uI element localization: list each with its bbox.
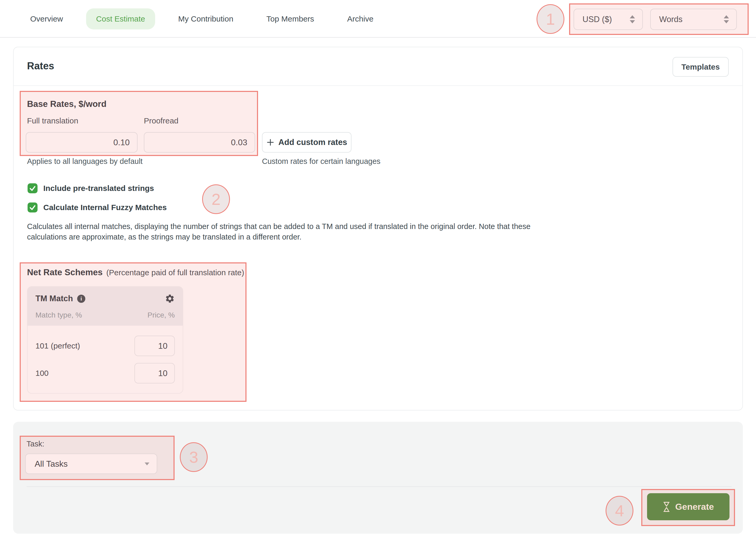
hourglass-icon	[663, 502, 670, 512]
templates-button[interactable]: Templates	[673, 57, 729, 77]
base-rates-heading: Base Rates, $/word	[27, 99, 107, 109]
base-rates-hint: Applies to all languages by default	[27, 157, 143, 166]
net-rate-schemes-heading: Net Rate Schemes (Percentage paid of ful…	[27, 267, 244, 277]
cost-estimate-page: Overview Cost Estimate My Contribution T…	[0, 0, 756, 546]
task-select-value: All Tasks	[35, 459, 68, 469]
tab-top-members[interactable]: Top Members	[256, 8, 324, 29]
custom-rates-hint: Custom rates for certain languages	[262, 157, 380, 166]
option-pretranslated-row: Include pre-translated strings	[28, 183, 154, 193]
tm-match-title: TM Match	[35, 294, 73, 303]
table-row: 100	[35, 363, 175, 384]
generate-button[interactable]: Generate	[647, 493, 729, 520]
task-select[interactable]: All Tasks	[25, 454, 157, 474]
pretranslated-label: Include pre-translated strings	[43, 184, 154, 193]
full-translation-input[interactable]	[26, 132, 138, 152]
tm-match-header: TM Match i Match type, % Price, %	[28, 287, 183, 326]
add-custom-rates-button[interactable]: Add custom rates	[262, 132, 351, 152]
match-type-value: 100	[35, 369, 49, 378]
rates-title: Rates	[27, 60, 54, 72]
price-input-100[interactable]	[134, 363, 175, 384]
rates-card: Rates Templates Base Rates, $/word Full …	[13, 47, 743, 411]
tab-my-contribution[interactable]: My Contribution	[168, 8, 243, 29]
checkmark-icon	[29, 204, 36, 211]
footer-divider	[27, 486, 732, 487]
generate-button-label: Generate	[675, 502, 714, 512]
full-translation-label: Full translation	[27, 116, 78, 125]
info-icon[interactable]: i	[77, 295, 85, 303]
match-type-value: 101 (perfect)	[35, 342, 80, 350]
tab-overview[interactable]: Overview	[20, 8, 73, 29]
proofread-label: Proofread	[144, 116, 179, 125]
fuzzy-checkbox[interactable]	[28, 202, 38, 212]
tm-match-card: TM Match i Match type, % Price, % 101 (p…	[27, 286, 183, 394]
unit-select[interactable]: Words	[650, 9, 737, 30]
nav-divider	[0, 37, 756, 38]
stepper-icon	[724, 15, 729, 23]
plus-icon	[266, 138, 274, 146]
proofread-input[interactable]	[144, 132, 255, 152]
tab-cost-estimate[interactable]: Cost Estimate	[86, 8, 155, 29]
currency-select[interactable]: USD ($)	[574, 9, 643, 30]
generate-section: Task: All Tasks Generate	[13, 422, 743, 534]
table-row: 101 (perfect)	[35, 336, 175, 356]
currency-select-value: USD ($)	[582, 15, 612, 24]
pretranslated-checkbox[interactable]	[28, 183, 38, 193]
fuzzy-label: Calculate Internal Fuzzy Matches	[43, 203, 167, 212]
net-rate-schemes-title: Net Rate Schemes	[27, 267, 103, 277]
card-header-divider	[14, 85, 742, 86]
tab-archive[interactable]: Archive	[337, 8, 384, 29]
checkmark-icon	[29, 185, 36, 192]
gear-icon[interactable]	[165, 294, 175, 304]
match-type-column-label: Match type, %	[35, 311, 82, 319]
tab-list: Overview Cost Estimate My Contribution T…	[20, 0, 384, 38]
price-column-label: Price, %	[148, 311, 175, 319]
add-custom-rates-label: Add custom rates	[279, 138, 347, 147]
fuzzy-note: Calculates all internal matches, display…	[27, 221, 542, 242]
option-fuzzy-row: Calculate Internal Fuzzy Matches	[28, 202, 167, 212]
net-rate-schemes-subtitle: (Percentage paid of full translation rat…	[106, 268, 244, 277]
task-label: Task:	[27, 440, 44, 448]
top-navigation: Overview Cost Estimate My Contribution T…	[0, 0, 756, 38]
unit-select-value: Words	[659, 15, 683, 24]
price-input-101[interactable]	[134, 336, 175, 356]
stepper-icon	[630, 15, 635, 23]
chevron-down-icon	[145, 463, 149, 465]
